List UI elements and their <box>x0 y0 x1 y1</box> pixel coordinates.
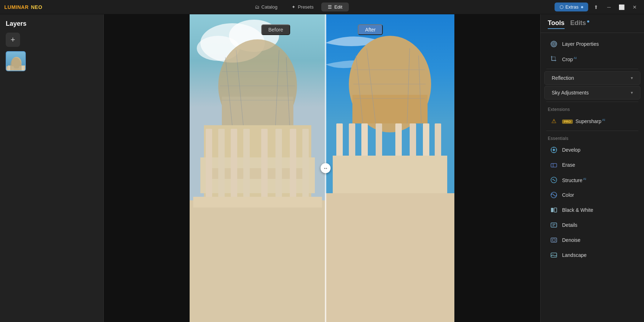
tool-erase[interactable]: Erase <box>543 157 642 172</box>
tool-layer-properties[interactable]: Layer Properties <box>543 36 642 52</box>
svg-rect-0 <box>6 52 26 66</box>
before-image <box>190 14 326 322</box>
catalog-icon: 🗂 <box>255 4 259 10</box>
sky-adjustments-row[interactable]: Sky Adjustments ▾ <box>544 86 640 99</box>
svg-rect-26 <box>231 129 237 200</box>
extras-icon: ⬡ <box>560 4 564 10</box>
black-white-label: Black & White <box>562 207 635 213</box>
landscape-icon <box>550 251 558 259</box>
edits-dot-indicator <box>587 20 589 23</box>
tool-crop[interactable]: CropAI <box>543 52 642 67</box>
presets-icon: ✦ <box>292 4 296 10</box>
structure-label: StructureAI <box>562 177 635 183</box>
edit-icon: ☰ <box>328 4 332 10</box>
svg-rect-7 <box>22 66 24 70</box>
tool-black-white[interactable]: Black & White <box>543 203 642 218</box>
details-icon <box>550 221 558 229</box>
presets-nav-btn[interactable]: ✦ Presets <box>285 3 320 11</box>
edit-nav-btn[interactable]: ☰ Edit <box>321 3 348 11</box>
svg-rect-24 <box>206 129 212 200</box>
before-button[interactable]: Before <box>261 24 290 35</box>
app-logo: LUMINAR NEO <box>4 4 42 10</box>
tool-denoise[interactable]: Denoise <box>543 233 642 248</box>
svg-rect-67 <box>551 208 553 212</box>
svg-rect-73 <box>552 239 555 241</box>
tool-color[interactable]: Color <box>543 187 642 203</box>
svg-rect-33 <box>193 197 322 208</box>
tab-tools[interactable]: Tools <box>548 19 565 29</box>
supersharp-icon: ⚠ <box>550 117 558 125</box>
canvas-area: Before After <box>104 14 540 322</box>
reflection-chevron-icon: ▾ <box>631 75 633 80</box>
svg-rect-5 <box>12 66 14 70</box>
svg-point-56 <box>553 43 555 45</box>
supersharp-label: PRO SupersharpAI <box>562 118 635 124</box>
before-after-container: Before After <box>190 14 454 322</box>
titlebar-save-icon[interactable]: ⬆ <box>591 2 601 12</box>
denoise-icon <box>550 236 558 244</box>
after-text: After <box>365 27 376 33</box>
layer-thumbnail-image <box>6 52 25 70</box>
supersharp-warning-icon: ⚠ <box>551 118 556 125</box>
tool-develop[interactable]: Develop <box>543 142 642 157</box>
tool-details[interactable]: Details <box>543 218 642 233</box>
svg-rect-29 <box>275 129 282 200</box>
layer-properties-label: Layer Properties <box>562 41 635 47</box>
app-name-accent: NEO <box>31 4 42 10</box>
reflection-label: Reflection <box>552 75 574 81</box>
minimize-button[interactable]: ─ <box>604 2 614 12</box>
maximize-button[interactable]: ⬜ <box>617 2 627 12</box>
svg-rect-13 <box>222 97 293 125</box>
catalog-nav-btn[interactable]: 🗂 Catalog <box>248 3 284 11</box>
extras-button[interactable]: ⬡ Extras <box>555 3 588 11</box>
pro-badge: PRO <box>562 119 573 124</box>
tab-edits[interactable]: Edits <box>570 19 589 29</box>
titlebar: LUMINAR NEO 🗂 Catalog ✦ Presets ☰ Edit ⬡… <box>0 0 644 14</box>
split-handle[interactable]: ↔ <box>321 163 331 173</box>
svg-rect-36 <box>352 95 428 123</box>
presets-label: Presets <box>298 4 313 10</box>
split-divider[interactable]: ↔ <box>325 14 326 322</box>
crop-icon <box>550 55 558 63</box>
sky-adjustments-chevron-icon: ▾ <box>631 90 633 95</box>
layers-title: Layers <box>6 20 98 28</box>
landscape-label: Landscape <box>562 252 635 258</box>
svg-rect-69 <box>551 223 557 227</box>
app-name: LUMINAR <box>4 4 29 10</box>
color-label: Color <box>562 192 635 198</box>
divider-1 <box>546 69 638 69</box>
add-layer-button[interactable]: + <box>6 33 20 47</box>
svg-rect-30 <box>290 129 296 200</box>
essentials-label: Essentials <box>541 133 644 142</box>
svg-rect-52 <box>333 156 447 195</box>
right-sidebar: Tools Edits Layer Properties <box>540 14 644 322</box>
layer-thumbnail[interactable] <box>6 51 26 71</box>
svg-point-58 <box>553 149 555 151</box>
divider-3 <box>546 131 638 131</box>
svg-rect-53 <box>326 193 454 322</box>
before-text: Before <box>268 27 283 33</box>
close-button[interactable]: ✕ <box>630 2 640 12</box>
crop-label: CropAI <box>562 56 635 62</box>
black-white-icon <box>550 206 558 214</box>
details-label: Details <box>562 222 635 228</box>
left-sidebar: Layers + <box>0 14 104 322</box>
after-image <box>326 14 454 322</box>
tools-list: Layer Properties CropAI Reflection ▾ <box>541 33 644 266</box>
extensions-label: Extensions <box>541 104 644 113</box>
tool-structure[interactable]: StructureAI <box>543 172 642 187</box>
tool-landscape[interactable]: Landscape <box>543 248 642 263</box>
denoise-label: Denoise <box>562 237 635 243</box>
titlebar-right: ⬡ Extras ⬆ ─ ⬜ ✕ <box>555 2 640 12</box>
erase-icon <box>550 161 558 169</box>
reflection-row[interactable]: Reflection ▾ <box>544 71 640 85</box>
extras-dot <box>581 6 583 8</box>
after-button[interactable]: After <box>358 24 383 35</box>
color-icon <box>550 191 558 199</box>
main-layout: Layers + <box>0 14 644 322</box>
nav-bar: 🗂 Catalog ✦ Presets ☰ Edit <box>248 3 349 11</box>
tool-supersharp[interactable]: ⚠ PRO SupersharpAI <box>543 113 642 128</box>
svg-rect-25 <box>218 129 225 200</box>
svg-rect-63 <box>551 164 557 167</box>
svg-rect-3 <box>11 63 21 66</box>
